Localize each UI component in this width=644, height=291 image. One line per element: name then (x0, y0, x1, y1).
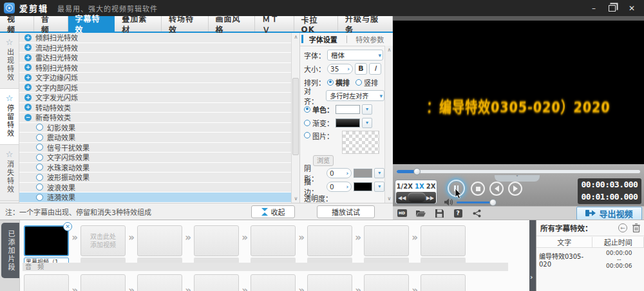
empty-audio-slot[interactable] (307, 274, 352, 291)
help-icon[interactable]: ? (453, 209, 463, 218)
expand-icon[interactable]: + (24, 44, 32, 51)
effect-option[interactable]: 水珠滚动效果 (19, 163, 291, 173)
rail-item-appear[interactable]: ☆ 出现特效 (0, 33, 19, 89)
play-test-button[interactable]: 播放试试 (317, 205, 375, 218)
seek-bar[interactable] (397, 170, 640, 173)
trash-icon[interactable] (632, 223, 640, 232)
font-size-stepper[interactable]: 35 › (327, 64, 353, 74)
tab-transitions[interactable]: 转场特效 (162, 16, 209, 32)
jog-left-icon[interactable]: ◀◀ (398, 195, 406, 201)
stepper-icon[interactable]: › (346, 183, 348, 190)
close-icon[interactable]: ✕ (63, 222, 72, 231)
tab-video[interactable]: 视 频 (0, 16, 34, 32)
image-texture-preview[interactable] (342, 131, 379, 154)
share-icon[interactable] (471, 209, 482, 218)
effect-option[interactable]: 波浪效果 (19, 183, 291, 193)
bold-button[interactable]: B (355, 63, 367, 75)
collapse-player-tab[interactable]: ˅ (495, 175, 540, 182)
speed-2x[interactable]: 2X (426, 183, 436, 190)
italic-button[interactable]: I (369, 63, 381, 75)
radio-solid-color[interactable] (304, 106, 310, 113)
scrollbar-thumb[interactable] (292, 78, 299, 155)
stroke-color-swatch[interactable] (354, 182, 372, 191)
effect-item[interactable]: +文字发光闪烁 (19, 93, 291, 103)
back-arrow-icon[interactable]: ← (618, 223, 627, 232)
empty-video-slot[interactable] (307, 225, 352, 265)
empty-video-slot[interactable] (194, 225, 239, 265)
chevron-down-icon[interactable]: ▾ (374, 182, 384, 192)
radio-gradient[interactable] (304, 120, 310, 126)
empty-audio-slot[interactable] (194, 274, 239, 291)
effect-option[interactable]: 文字闪烁效果 (19, 153, 291, 163)
minimize-icon[interactable]: – (592, 5, 596, 12)
stepper-icon[interactable]: › (346, 170, 348, 176)
effect-item[interactable]: +转动特效类 (19, 103, 291, 113)
expand-icon[interactable]: + (24, 34, 32, 41)
collapse-button[interactable]: 收起 (251, 205, 295, 218)
effect-item[interactable]: +雷达扫光特效 (19, 53, 291, 63)
settings-scrollbar[interactable]: ∧ ∨ (384, 46, 393, 203)
effect-option-selected[interactable]: 涟漪效果 (19, 192, 291, 203)
effect-item[interactable]: +倾斜扫光特效 (19, 33, 291, 43)
expand-icon[interactable]: + (24, 74, 32, 81)
effect-item[interactable]: +流动扫光特效 (19, 43, 291, 53)
tab-overlay-material[interactable]: 叠加素材 (115, 16, 162, 32)
tab-subtitle-effects[interactable]: 字幕特效 (68, 16, 115, 32)
volume-slider[interactable] (457, 202, 494, 203)
empty-audio-slot[interactable] (24, 274, 69, 291)
save-icon[interactable] (434, 209, 444, 218)
hd-video-icon[interactable]: HD (397, 209, 407, 218)
effects-list-scrollbar[interactable]: ∧ ∨ (291, 33, 299, 203)
effect-option[interactable]: 信号干扰效果 (19, 143, 291, 153)
effect-item[interactable]: +特别扫光特效 (19, 63, 291, 73)
solid-color-swatch[interactable] (336, 105, 360, 114)
shadow-stepper[interactable]: 0 › (327, 168, 352, 178)
tab-upgrade[interactable]: 升级与服务 (338, 16, 393, 32)
radio-image[interactable] (304, 132, 310, 138)
speed-half[interactable]: 1/2X (397, 183, 413, 190)
effect-category-expanded[interactable]: −新奇特效类 (19, 113, 291, 123)
gradient-swatch[interactable] (336, 118, 360, 127)
export-video-button[interactable]: 导出视频 (576, 207, 642, 220)
expand-icon[interactable]: + (24, 94, 32, 101)
empty-video-slot[interactable] (364, 225, 409, 265)
speed-1x[interactable]: 1X (415, 183, 424, 190)
seek-handle[interactable] (413, 168, 421, 175)
tab-karaoke[interactable]: 卡拉OK (294, 16, 338, 32)
expand-icon[interactable]: + (24, 104, 32, 111)
panel-divider[interactable]: › (529, 220, 536, 291)
expand-icon[interactable]: + (24, 54, 32, 61)
empty-audio-slot[interactable] (137, 274, 182, 291)
added-clips-tab[interactable]: 已添加片段 (1, 223, 19, 278)
stop-button[interactable] (471, 182, 485, 196)
tab-effect-params[interactable]: 特效参数 (347, 34, 393, 44)
chevron-down-icon[interactable]: ▾ (374, 168, 384, 178)
prev-frame-button[interactable] (489, 182, 504, 196)
empty-video-slot[interactable] (137, 225, 182, 265)
effect-item[interactable]: +文字边缘闪烁 (19, 73, 291, 83)
add-video-slot[interactable]: 双击此处 添加视频 (80, 225, 126, 265)
effect-item[interactable]: +文字内部闪烁 (19, 83, 291, 93)
effect-option[interactable]: 波形振动效果 (19, 173, 291, 183)
collapse-icon[interactable]: − (24, 114, 32, 121)
empty-video-slot[interactable] (251, 225, 296, 265)
empty-video-slot[interactable] (421, 225, 466, 265)
volume-knob[interactable] (489, 199, 497, 206)
empty-audio-slot[interactable] (251, 274, 296, 291)
jog-right-icon[interactable]: ▶▶ (426, 195, 434, 201)
chevron-down-icon[interactable]: ▾ (362, 104, 372, 115)
jog-knob[interactable] (408, 192, 426, 202)
expand-icon[interactable]: + (24, 84, 32, 91)
chevron-down-icon[interactable]: ▾ (362, 118, 372, 128)
shadow-color-swatch[interactable] (354, 169, 372, 178)
jog-wheel[interactable]: ◀◀ ▶▶ (396, 192, 436, 203)
video-clip-black[interactable]: ✕ 黑幕视频（1... (24, 225, 69, 265)
panel-handle-icon[interactable]: › (530, 273, 533, 281)
tab-picture-style[interactable]: 画面风格 (209, 16, 256, 32)
maximize-icon[interactable] (609, 5, 616, 12)
rail-item-stay[interactable]: ☆ 停留特效 (0, 89, 19, 145)
empty-audio-slot[interactable] (80, 274, 126, 291)
effect-option[interactable]: 震动效果 (19, 133, 291, 143)
empty-audio-slot[interactable] (421, 274, 466, 291)
speaker-icon[interactable] (444, 198, 453, 206)
